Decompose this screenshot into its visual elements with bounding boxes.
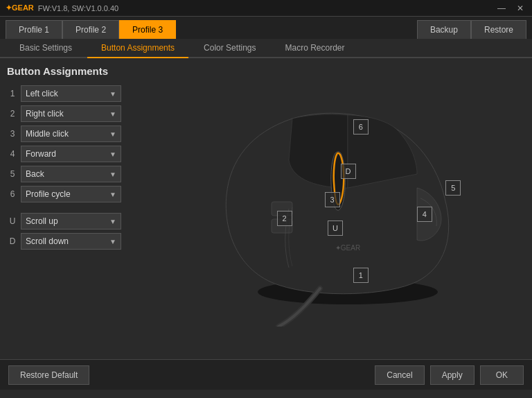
btn-dropdown-1[interactable]: Left click ▼ xyxy=(21,85,121,102)
btn-id-U: U xyxy=(7,216,18,226)
chevron-down-icon: ▼ xyxy=(109,171,116,178)
mouse-label-U: U xyxy=(328,220,343,236)
btn-dropdown-3[interactable]: Middle click ▼ xyxy=(21,126,121,142)
mouse-label-3: 3 xyxy=(325,192,340,207)
mouse-label-D: D xyxy=(341,164,356,179)
btn-id-5: 5 xyxy=(7,169,18,179)
title-controls: — ✕ xyxy=(495,3,526,13)
profile-tab-backup[interactable]: Backup xyxy=(417,20,471,39)
bottom-bar: Restore Default Cancel Apply OK xyxy=(0,359,532,390)
btn-dropdown-6[interactable]: Profile cycle ▼ xyxy=(21,186,121,202)
profile-tab-restore[interactable]: Restore xyxy=(471,20,526,39)
chevron-down-icon: ▼ xyxy=(109,218,116,225)
tab-button-assignments[interactable]: Button Assignments xyxy=(87,39,188,58)
button-row-scroll-down: D Scroll down ▼ xyxy=(7,233,142,250)
btn-label-4: Forward xyxy=(26,149,56,159)
btn-label-scroll-up: Scroll up xyxy=(26,216,58,226)
mouse-label-2: 2 xyxy=(277,211,292,226)
tab-color-settings[interactable]: Color Settings xyxy=(190,39,269,58)
profile-tab-3[interactable]: Profile 3 xyxy=(119,20,176,39)
bottom-right: Cancel Apply OK xyxy=(375,365,524,385)
btn-label-2: Right click xyxy=(26,109,64,119)
title-bar-left: ✦GEAR FW:V1.8, SW:V1.0.0.40 xyxy=(6,3,118,12)
button-row-6: 6 Profile cycle ▼ xyxy=(7,186,142,202)
profile-tabs-row: Profile 1 Profile 2 Profile 3 Backup Res… xyxy=(0,17,532,39)
title-bar: ✦GEAR FW:V1.8, SW:V1.0.0.40 — ✕ xyxy=(0,0,532,17)
restore-default-button[interactable]: Restore Default xyxy=(8,365,89,385)
btn-dropdown-scroll-up[interactable]: Scroll up ▼ xyxy=(21,213,121,230)
btn-label-6: Profile cycle xyxy=(26,189,71,199)
mouse-label-1: 1 xyxy=(353,268,369,283)
button-row-3: 3 Middle click ▼ xyxy=(7,126,142,142)
apply-button[interactable]: Apply xyxy=(430,365,475,385)
chevron-down-icon: ▼ xyxy=(109,238,116,245)
button-row-1: 1 Left click ▼ xyxy=(7,85,142,102)
mouse-label-5: 5 xyxy=(445,180,461,196)
right-panel: ✦GEAR 1 2 3 U D xyxy=(149,58,532,359)
chevron-down-icon: ▼ xyxy=(109,110,116,118)
btn-label-scroll-down: Scroll down xyxy=(26,236,69,246)
btn-label-1: Left click xyxy=(26,89,58,98)
btn-dropdown-2[interactable]: Right click ▼ xyxy=(21,105,121,122)
section-title: Button Assignments xyxy=(7,65,142,77)
mouse-graphic: ✦GEAR xyxy=(181,91,500,327)
chevron-down-icon: ▼ xyxy=(109,130,116,138)
mouse-label-4: 4 xyxy=(417,207,432,222)
btn-dropdown-4[interactable]: Forward ▼ xyxy=(21,146,121,162)
btn-label-5: Back xyxy=(26,169,44,179)
svg-text:✦GEAR: ✦GEAR xyxy=(335,244,360,252)
btn-id-2: 2 xyxy=(7,109,18,119)
chevron-down-icon: ▼ xyxy=(109,191,116,198)
bottom-left: Restore Default xyxy=(8,365,89,385)
app-version: FW:V1.8, SW:V1.0.0.40 xyxy=(38,4,118,12)
ok-button[interactable]: OK xyxy=(480,365,524,385)
btn-id-6: 6 xyxy=(7,189,18,199)
app-logo: ✦GEAR xyxy=(6,3,34,12)
mouse-image-container: ✦GEAR 1 2 3 U D xyxy=(181,91,500,327)
button-row-2: 2 Right click ▼ xyxy=(7,105,142,122)
btn-dropdown-5[interactable]: Back ▼ xyxy=(21,166,121,182)
tab-basic-settings[interactable]: Basic Settings xyxy=(6,39,86,58)
btn-label-3: Middle click xyxy=(26,129,69,139)
tab-macro-recorder[interactable]: Macro Recorder xyxy=(271,39,358,58)
main-content: Button Assignments 1 Left click ▼ 2 Righ… xyxy=(0,58,532,359)
left-panel: Button Assignments 1 Left click ▼ 2 Righ… xyxy=(0,58,149,359)
mouse-label-6: 6 xyxy=(353,119,369,135)
sub-tabs: Basic Settings Button Assignments Color … xyxy=(0,39,532,58)
button-row-scroll-up: U Scroll up ▼ xyxy=(7,213,142,230)
profile-tab-1[interactable]: Profile 1 xyxy=(6,20,62,39)
cancel-button[interactable]: Cancel xyxy=(375,365,424,385)
btn-id-4: 4 xyxy=(7,149,18,159)
close-button[interactable]: ✕ xyxy=(514,3,526,13)
chevron-down-icon: ▼ xyxy=(109,90,116,98)
button-row-4: 4 Forward ▼ xyxy=(7,146,142,162)
btn-id-1: 1 xyxy=(7,89,18,98)
chevron-down-icon: ▼ xyxy=(109,150,116,158)
btn-dropdown-scroll-down[interactable]: Scroll down ▼ xyxy=(21,233,121,250)
button-row-5: 5 Back ▼ xyxy=(7,166,142,182)
minimize-button[interactable]: — xyxy=(495,3,508,13)
btn-id-3: 3 xyxy=(7,129,18,139)
profile-tab-2[interactable]: Profile 2 xyxy=(62,20,119,39)
btn-id-D: D xyxy=(7,236,18,246)
